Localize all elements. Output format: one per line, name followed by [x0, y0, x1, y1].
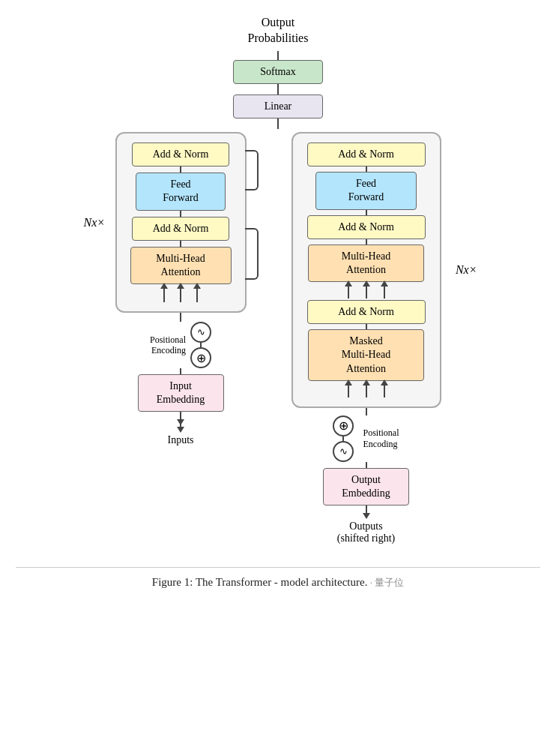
- encoder-plus-circle: ⊕: [190, 347, 211, 368]
- diagram-container: Output Probabilities Softmax Linear: [16, 15, 540, 590]
- softmax-box: Softmax: [233, 60, 323, 84]
- decoder-column: Nx× Add & Norm FeedForward Add & No: [291, 132, 441, 544]
- encoder-column: Nx× Add & Norm FeedForward: [115, 132, 247, 447]
- decoder-plus-circle: ⊕: [333, 416, 354, 436]
- nx-decoder-label: Nx×: [456, 263, 477, 277]
- encoder-positional-label: Positional Encoding: [150, 334, 186, 356]
- decoder-block: Add & Norm FeedForward Add & Norm: [291, 132, 441, 408]
- encoder-positional-row: Positional Encoding ∿ ⊕: [150, 322, 211, 368]
- decoder-masked-attention-box: MaskedMulti-HeadAttention: [308, 329, 424, 381]
- decoder-positional-row: ⊕ ∿ Positional Encoding: [333, 416, 399, 462]
- linear-box: Linear: [233, 94, 323, 118]
- inputs-label: Inputs: [168, 434, 194, 446]
- nx-encoder-label: Nx×: [84, 216, 106, 230]
- encoder-add-norm-top: Add & Norm: [132, 142, 229, 166]
- add-norm-label-1: Add & Norm: [153, 148, 209, 160]
- input-embedding-box: Input Embedding: [138, 374, 224, 412]
- add-norm-label-4: Add & Norm: [338, 221, 394, 232]
- multi-head-attn-label-1: Multi-HeadAttention: [156, 253, 205, 278]
- encoder-block: Add & Norm FeedForward Add & Norm: [115, 132, 247, 313]
- decoder-add-norm-mid: Add & Norm: [307, 215, 426, 239]
- decoder-wave-circle: ∿: [333, 441, 354, 462]
- encoder-ff-box: FeedForward: [136, 172, 226, 210]
- softmax-label: Softmax: [260, 66, 295, 77]
- output-probs-label: Output Probabilities: [248, 15, 309, 46]
- linear-label: Linear: [265, 100, 292, 112]
- outputs-label: Outputs (shifted right): [337, 520, 395, 544]
- decoder-positional-label: Positional Encoding: [363, 428, 399, 449]
- feed-forward-label-2: FeedForward: [348, 178, 384, 202]
- masked-attn-label: MaskedMulti-HeadAttention: [342, 335, 390, 374]
- decoder-add-norm-top: Add & Norm: [307, 142, 426, 166]
- columns: Nx× Add & Norm FeedForward: [16, 132, 540, 544]
- multi-head-attn-label-2: Multi-HeadAttention: [342, 250, 390, 275]
- add-norm-label-2: Add & Norm: [153, 223, 209, 234]
- add-norm-label-5: Add & Norm: [338, 306, 394, 317]
- caption-suffix: · 量子位: [367, 577, 404, 588]
- output-embedding-label: Output Embedding: [342, 474, 390, 499]
- input-embedding-label: Input Embedding: [157, 380, 205, 405]
- decoder-ff-box: FeedForward: [315, 172, 417, 209]
- top-output-section: Output Probabilities Softmax Linear: [233, 15, 323, 129]
- decoder-add-norm-bottom: Add & Norm: [307, 300, 426, 324]
- output-embedding-box: Output Embedding: [323, 468, 409, 506]
- figure-caption: Figure 1: The Transformer - model archit…: [152, 576, 368, 588]
- encoder-wave-circle: ∿: [190, 322, 211, 343]
- add-norm-label-3: Add & Norm: [338, 148, 394, 160]
- feed-forward-label-1: FeedForward: [163, 178, 198, 203]
- encoder-add-norm-bottom: Add & Norm: [132, 217, 229, 241]
- decoder-cross-attention-box: Multi-HeadAttention: [308, 244, 424, 282]
- encoder-attention-box: Multi-HeadAttention: [130, 247, 232, 284]
